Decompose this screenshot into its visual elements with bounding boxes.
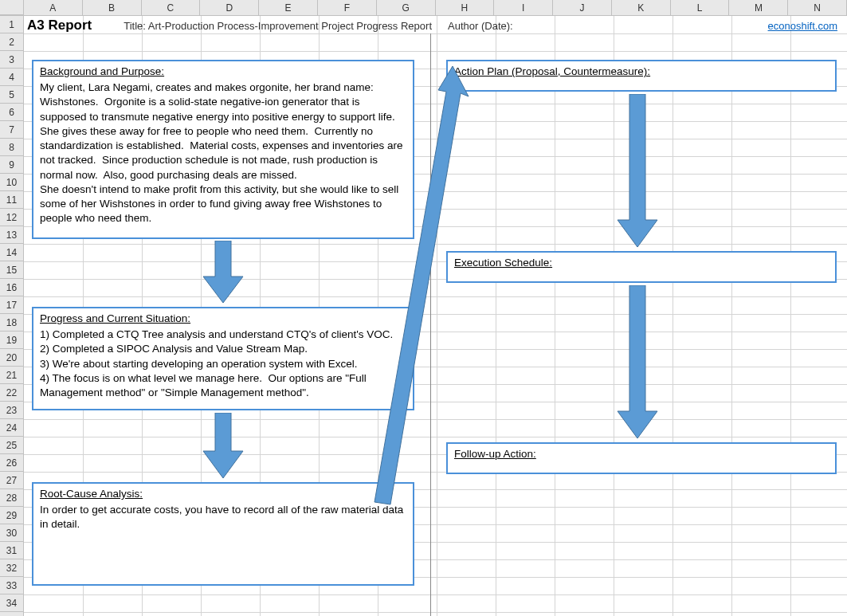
arrow-down-icon bbox=[614, 94, 661, 249]
row-header[interactable]: 20 bbox=[0, 349, 23, 367]
row-headers: 1234567891011121314151617181920212223242… bbox=[0, 16, 24, 616]
column-header[interactable]: M bbox=[729, 0, 788, 15]
row-header[interactable]: 30 bbox=[0, 524, 23, 542]
rootcause-title: Root-Cause Analysis: bbox=[40, 487, 406, 501]
author-label: Author (Date): bbox=[448, 20, 513, 32]
row-header[interactable]: 13 bbox=[0, 226, 23, 244]
row-header[interactable]: 14 bbox=[0, 244, 23, 261]
row-header[interactable]: 24 bbox=[0, 419, 23, 437]
row-header[interactable]: 31 bbox=[0, 542, 23, 559]
rootcause-box: Root-Cause Analysis: In order to get acc… bbox=[32, 482, 414, 586]
column-header[interactable]: F bbox=[318, 0, 377, 15]
column-header[interactable]: K bbox=[612, 0, 671, 15]
row-header[interactable]: 25 bbox=[0, 437, 23, 454]
row-header[interactable]: 17 bbox=[0, 296, 23, 314]
row-header[interactable]: 9 bbox=[0, 156, 23, 174]
svg-marker-1 bbox=[203, 413, 243, 478]
row-header[interactable]: 28 bbox=[0, 489, 23, 507]
row-header[interactable]: 6 bbox=[0, 104, 23, 121]
row-header[interactable]: 7 bbox=[0, 121, 23, 139]
progress-title: Progress and Current Situation: bbox=[40, 312, 406, 326]
row-header[interactable]: 4 bbox=[0, 69, 23, 86]
row-header[interactable]: 1 bbox=[0, 16, 23, 33]
report-title-text: Title: Art-Production Process-Improvemen… bbox=[124, 20, 432, 32]
row-header[interactable]: 29 bbox=[0, 507, 23, 524]
schedule-title: Execution Schedule: bbox=[454, 256, 829, 270]
progress-body: 1) Completed a CTQ Tree analysis and und… bbox=[40, 328, 393, 398]
column-header[interactable]: G bbox=[377, 0, 436, 15]
column-header[interactable]: B bbox=[83, 0, 142, 15]
row-header[interactable]: 15 bbox=[0, 261, 23, 279]
row-header[interactable]: 3 bbox=[0, 51, 23, 69]
row-header[interactable]: 8 bbox=[0, 139, 23, 156]
grid-area: A3 Report Title: Art-Production Process-… bbox=[24, 16, 847, 616]
column-headers: ABCDEFGHIJKLMN bbox=[0, 0, 847, 16]
svg-marker-0 bbox=[203, 241, 243, 303]
row-header[interactable]: 10 bbox=[0, 174, 23, 191]
background-body: My client, Lara Negami, creates and make… bbox=[40, 81, 406, 224]
row-header[interactable]: 26 bbox=[0, 454, 23, 472]
column-header[interactable]: C bbox=[142, 0, 201, 15]
column-header[interactable]: E bbox=[259, 0, 318, 15]
arrow-down-icon bbox=[614, 285, 661, 441]
corner-cell[interactable] bbox=[0, 0, 24, 15]
column-header[interactable]: L bbox=[671, 0, 730, 15]
schedule-box: Execution Schedule: bbox=[446, 251, 837, 283]
header-row: A3 Report Title: Art-Production Process-… bbox=[27, 18, 844, 33]
progress-box: Progress and Current Situation: 1) Compl… bbox=[32, 307, 414, 410]
action-plan-title: Action Plan (Proposal, Countermeasure): bbox=[454, 65, 829, 79]
column-header[interactable]: J bbox=[553, 0, 612, 15]
arrow-down-icon bbox=[199, 413, 247, 481]
column-header[interactable]: A bbox=[24, 0, 83, 15]
svg-marker-4 bbox=[374, 66, 469, 504]
row-header[interactable]: 32 bbox=[0, 559, 23, 577]
row-header[interactable]: 2 bbox=[0, 33, 23, 51]
background-title: Background and Purpose: bbox=[40, 65, 406, 79]
row-header[interactable]: 18 bbox=[0, 314, 23, 332]
row-header[interactable]: 5 bbox=[0, 86, 23, 104]
followup-title: Follow-up Action: bbox=[454, 447, 829, 461]
row-header[interactable]: 11 bbox=[0, 191, 23, 209]
row-header[interactable]: 34 bbox=[0, 594, 23, 612]
column-header[interactable]: H bbox=[436, 0, 495, 15]
row-header[interactable]: 33 bbox=[0, 577, 23, 594]
rootcause-body: In order to get accurate costs, you have… bbox=[40, 504, 406, 530]
row-header[interactable]: 16 bbox=[0, 279, 23, 296]
background-box: Background and Purpose: My client, Lara … bbox=[32, 60, 414, 239]
report-label: A3 Report bbox=[27, 18, 92, 33]
column-header[interactable]: N bbox=[788, 0, 847, 15]
source-link[interactable]: econoshift.com bbox=[768, 20, 837, 32]
followup-box: Follow-up Action: bbox=[446, 442, 837, 474]
row-header[interactable]: 21 bbox=[0, 367, 23, 384]
arrow-down-icon bbox=[199, 241, 247, 304]
column-header[interactable]: D bbox=[200, 0, 259, 15]
row-header[interactable]: 19 bbox=[0, 332, 23, 349]
row-header[interactable]: 12 bbox=[0, 209, 23, 226]
row-header[interactable]: 22 bbox=[0, 384, 23, 402]
row-header[interactable]: 23 bbox=[0, 402, 23, 419]
column-header[interactable]: I bbox=[494, 0, 553, 15]
action-plan-box: Action Plan (Proposal, Countermeasure): bbox=[446, 60, 837, 92]
svg-marker-3 bbox=[618, 285, 657, 438]
arrow-diagonal-icon bbox=[367, 60, 470, 506]
row-header[interactable]: 27 bbox=[0, 472, 23, 489]
svg-marker-2 bbox=[618, 94, 657, 247]
